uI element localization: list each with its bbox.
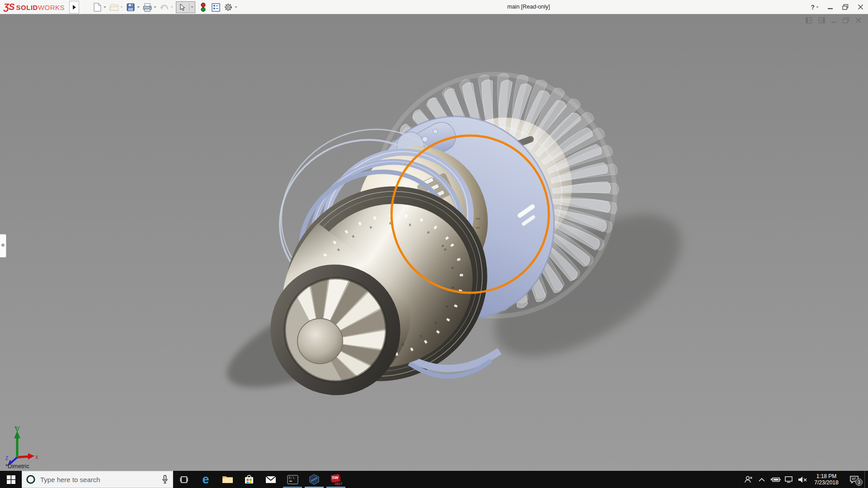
open-dropdown[interactable] xyxy=(120,6,123,8)
sw-year: 2017 xyxy=(335,482,342,485)
brand-solid: SOLID xyxy=(16,4,38,11)
taskbar-command-prompt[interactable]: C:\ xyxy=(282,471,303,488)
save-button[interactable] xyxy=(126,1,140,13)
file-explorer-icon xyxy=(222,475,233,484)
chevron-up-icon xyxy=(759,478,765,482)
print-dropdown[interactable] xyxy=(154,6,156,8)
window-controls: ? xyxy=(811,0,863,14)
people-button[interactable] xyxy=(741,471,755,488)
minimize-icon xyxy=(828,5,833,10)
help-dropdown[interactable] xyxy=(816,6,819,8)
undo-dropdown[interactable] xyxy=(170,6,173,8)
search-placeholder: Type here to search xyxy=(40,476,157,483)
flyout-arrow-icon xyxy=(72,5,76,10)
title-bar: ƷS SOLID WORKS xyxy=(0,0,868,14)
options-dropdown[interactable] xyxy=(235,6,237,8)
brand-3s-glyph: ƷS xyxy=(4,2,14,12)
action-center-button[interactable]: 3 xyxy=(844,471,864,488)
traffic-light-icon xyxy=(198,2,208,12)
task-view-button[interactable] xyxy=(173,471,195,488)
undo-button[interactable] xyxy=(159,1,173,13)
printer-icon xyxy=(142,2,152,12)
search-box[interactable]: Type here to search xyxy=(22,471,173,488)
command-prompt-icon: C:\ xyxy=(287,475,298,484)
brand-works: WORKS xyxy=(38,4,65,11)
print-button[interactable] xyxy=(142,1,156,13)
cortana-icon xyxy=(26,474,36,484)
hidden-icons-button[interactable] xyxy=(755,471,769,488)
volume-muted-icon xyxy=(798,476,807,483)
taskbar-solidworks[interactable]: SW 2017 xyxy=(325,471,347,488)
triad-y-label: Y xyxy=(15,426,18,431)
solidworks-window: ƷS SOLID WORKS xyxy=(0,0,868,488)
task-view-icon xyxy=(179,476,189,483)
document-title: main [Read-only] xyxy=(507,4,550,10)
select-tool-button[interactable] xyxy=(176,1,195,13)
battery-icon xyxy=(770,477,781,483)
clock-time: 1:18 PM xyxy=(809,473,844,479)
options-button[interactable] xyxy=(223,1,237,13)
minimize-button[interactable] xyxy=(828,5,833,10)
close-button[interactable] xyxy=(858,4,863,10)
network-icon xyxy=(784,476,793,483)
new-document-icon xyxy=(92,2,102,12)
properties-list-icon xyxy=(211,2,221,12)
gear-icon xyxy=(223,2,233,12)
solidworks-2017-icon: SW 2017 xyxy=(330,474,342,485)
windows-logo-icon xyxy=(7,475,15,484)
open-button[interactable] xyxy=(109,1,123,13)
system-tray: 1:18 PM 7/23/2018 3 xyxy=(741,471,868,488)
taskbar-store[interactable] xyxy=(238,471,260,488)
help-icon: ? xyxy=(811,4,815,11)
battery-button[interactable] xyxy=(769,471,782,488)
restore-button[interactable] xyxy=(842,4,849,10)
select-dropdown[interactable] xyxy=(191,6,193,8)
view-orientation-label: *Dimetric xyxy=(5,463,29,469)
sw-letters: SW xyxy=(332,475,339,480)
edge-icon: e xyxy=(202,474,209,486)
new-document-dropdown[interactable] xyxy=(104,6,106,8)
taskbar-mail[interactable] xyxy=(260,471,282,488)
close-icon xyxy=(858,4,863,10)
notification-badge: 3 xyxy=(855,479,863,486)
microphone-icon[interactable] xyxy=(162,475,168,484)
people-icon xyxy=(744,475,753,483)
mail-icon xyxy=(265,476,276,483)
cmd-text: C:\ xyxy=(289,476,295,480)
solidworks-logo[interactable]: ƷS SOLID WORKS xyxy=(4,2,65,12)
new-document-button[interactable] xyxy=(92,1,106,13)
save-dropdown[interactable] xyxy=(137,6,140,8)
graphics-viewport[interactable]: Z X Y *Dimetric xyxy=(0,14,868,471)
start-button[interactable] xyxy=(0,471,22,488)
taskbar-file-explorer[interactable] xyxy=(217,471,238,488)
reference-triad: Z X Y xyxy=(4,425,40,466)
open-folder-icon xyxy=(109,2,119,12)
taskbar-cad-viewer[interactable] xyxy=(303,471,325,488)
engine-model[interactable] xyxy=(0,14,868,471)
select-cursor-icon xyxy=(178,2,188,12)
quick-access-toolbar xyxy=(92,1,237,13)
volume-button[interactable] xyxy=(796,471,809,488)
properties-button[interactable] xyxy=(211,1,221,13)
clock-date: 7/23/2018 xyxy=(809,479,844,486)
cad-viewer-hexagon-icon xyxy=(309,474,320,485)
selection-colors-button[interactable] xyxy=(198,1,208,13)
taskbar-edge[interactable]: e xyxy=(195,471,217,488)
help-button[interactable]: ? xyxy=(811,4,819,11)
clock[interactable]: 1:18 PM 7/23/2018 xyxy=(809,471,844,488)
undo-arrow-icon xyxy=(159,2,169,12)
save-floppy-icon xyxy=(126,2,136,12)
triad-x-label: X xyxy=(35,455,38,460)
restore-icon xyxy=(842,4,849,10)
triad-z-label: Z xyxy=(5,456,8,461)
show-desktop-button[interactable] xyxy=(864,471,868,488)
network-button[interactable] xyxy=(782,471,796,488)
menu-flyout-button[interactable] xyxy=(69,1,79,14)
taskbar: Type here to search e xyxy=(0,471,868,488)
store-icon xyxy=(244,474,254,484)
